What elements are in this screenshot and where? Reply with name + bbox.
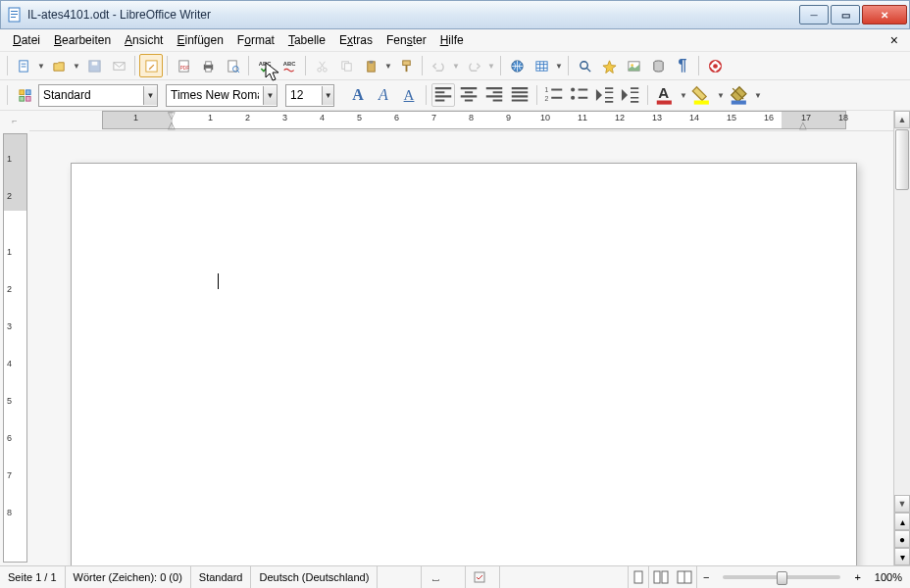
menu-bearbeiten[interactable]: Bearbeiten xyxy=(47,31,118,49)
close-button[interactable]: ✕ xyxy=(862,5,907,24)
status-page-style[interactable]: Standard xyxy=(191,566,252,588)
copy-button[interactable] xyxy=(334,54,358,77)
view-single-page-button[interactable] xyxy=(629,566,649,588)
clone-formatting-button[interactable] xyxy=(394,54,418,77)
menu-hilfe[interactable]: Hilfe xyxy=(433,31,471,49)
highlight-color-button[interactable] xyxy=(690,83,714,107)
document-viewport[interactable] xyxy=(29,131,893,565)
status-page[interactable]: Seite 1 / 1 xyxy=(0,566,66,588)
previous-page-button[interactable]: ▴ xyxy=(894,513,910,530)
bold-button[interactable]: A xyxy=(346,83,370,107)
hyperlink-button[interactable] xyxy=(505,54,529,77)
spellcheck-button[interactable]: ABC xyxy=(253,54,277,77)
autospellcheck-button[interactable]: ABC xyxy=(278,54,301,77)
new-document-button[interactable] xyxy=(12,54,35,77)
indent-marker-icon[interactable]: △ xyxy=(168,120,176,130)
align-justify-button[interactable] xyxy=(508,83,531,107)
export-pdf-button[interactable]: PDF xyxy=(172,54,195,77)
status-selection-mode[interactable]: ⎵ xyxy=(422,566,466,588)
redo-button[interactable] xyxy=(462,54,485,77)
menu-ansicht[interactable]: Ansicht xyxy=(118,31,170,49)
menu-tabelle[interactable]: Tabelle xyxy=(281,31,332,49)
edit-mode-button[interactable] xyxy=(139,54,163,77)
menu-datei[interactable]: Datei xyxy=(6,31,47,49)
zoom-out-button[interactable]: − xyxy=(697,571,715,583)
print-preview-button[interactable] xyxy=(221,54,244,77)
next-page-button[interactable]: ▾ xyxy=(894,548,910,565)
highlight-color-dropdown[interactable]: ▼ xyxy=(716,84,726,106)
undo-dropdown[interactable]: ▼ xyxy=(451,55,461,76)
new-document-dropdown[interactable]: ▼ xyxy=(36,55,46,76)
insert-table-button[interactable] xyxy=(530,54,553,77)
gallery-button[interactable] xyxy=(622,54,645,77)
font-color-button[interactable]: A xyxy=(653,83,677,107)
paragraph-style-input[interactable] xyxy=(39,86,143,105)
align-left-button[interactable] xyxy=(431,83,455,107)
status-word-count[interactable]: Wörter (Zeichen): 0 (0) xyxy=(66,566,191,588)
open-button[interactable] xyxy=(47,54,71,77)
insert-table-dropdown[interactable]: ▼ xyxy=(554,55,564,76)
find-replace-button[interactable] xyxy=(573,54,596,77)
font-color-dropdown[interactable]: ▼ xyxy=(679,84,688,106)
menu-einfuegen[interactable]: Einfügen xyxy=(170,31,229,49)
redo-dropdown[interactable]: ▼ xyxy=(486,55,496,76)
minimize-button[interactable]: ─ xyxy=(799,5,829,24)
menu-fenster[interactable]: Fenster xyxy=(379,31,433,49)
numbered-list-button[interactable]: 12 xyxy=(542,83,566,107)
italic-button[interactable]: A xyxy=(372,83,395,107)
scroll-up-button[interactable]: ▲ xyxy=(894,111,910,128)
background-color-button[interactable] xyxy=(728,83,751,107)
status-language[interactable]: Deutsch (Deutschland) xyxy=(251,566,378,588)
document-page[interactable] xyxy=(71,163,857,565)
background-color-dropdown[interactable]: ▼ xyxy=(753,84,763,106)
underline-button[interactable]: A xyxy=(397,83,421,107)
zoom-slider[interactable] xyxy=(723,575,840,579)
zoom-in-button[interactable]: + xyxy=(848,571,866,583)
navigator-button[interactable] xyxy=(597,54,621,77)
nonprinting-chars-button[interactable]: ¶ xyxy=(671,54,694,77)
svg-rect-5 xyxy=(21,63,25,64)
paste-button[interactable] xyxy=(359,54,382,77)
font-size-input[interactable] xyxy=(286,86,322,105)
decrease-indent-button[interactable] xyxy=(593,83,617,107)
font-name-combo[interactable]: ▼ xyxy=(166,84,278,107)
open-dropdown[interactable]: ▼ xyxy=(72,55,81,76)
bullet-list-button[interactable] xyxy=(568,83,591,107)
scroll-thumb[interactable] xyxy=(895,129,909,190)
dropdown-arrow-icon[interactable]: ▼ xyxy=(143,86,157,105)
zoom-slider-handle[interactable] xyxy=(777,571,787,585)
maximize-button[interactable]: ▭ xyxy=(831,5,860,24)
data-sources-button[interactable] xyxy=(646,54,670,77)
styles-button[interactable] xyxy=(13,83,36,107)
scroll-down-button[interactable]: ▼ xyxy=(894,495,910,513)
view-book-button[interactable] xyxy=(673,566,697,588)
status-signature[interactable] xyxy=(466,566,500,588)
horizontal-ruler[interactable]: 1 ▽ △ 1 2 3 4 5 6 7 8 9 10 11 12 13 14 xyxy=(29,111,893,131)
increase-indent-button[interactable] xyxy=(619,83,642,107)
menu-format[interactable]: Format xyxy=(230,31,281,49)
document-close-icon[interactable]: × xyxy=(885,32,904,48)
font-name-input[interactable] xyxy=(167,86,263,105)
dropdown-arrow-icon[interactable]: ▼ xyxy=(263,86,277,105)
paste-dropdown[interactable]: ▼ xyxy=(383,55,393,76)
indent-marker-icon[interactable]: △ xyxy=(799,120,807,130)
vertical-ruler[interactable]: 1 2 1 2 3 4 5 6 7 8 xyxy=(3,133,27,563)
navigation-button[interactable]: ● xyxy=(894,530,910,548)
vertical-scrollbar[interactable]: ▲ ▼ xyxy=(893,111,910,513)
view-multi-page-button[interactable] xyxy=(649,566,673,588)
font-size-combo[interactable]: ▼ xyxy=(285,84,334,107)
dropdown-arrow-icon[interactable]: ▼ xyxy=(322,86,333,105)
cut-button[interactable] xyxy=(310,54,333,77)
undo-button[interactable] xyxy=(427,54,450,77)
menu-extras[interactable]: Extras xyxy=(332,31,379,49)
print-direct-button[interactable] xyxy=(196,54,220,77)
status-insert-mode[interactable] xyxy=(378,566,422,588)
scroll-track[interactable] xyxy=(894,128,910,495)
align-center-button[interactable] xyxy=(457,83,480,107)
zoom-level[interactable]: 100% xyxy=(867,571,910,583)
align-right-button[interactable] xyxy=(482,83,506,107)
paragraph-style-combo[interactable]: ▼ xyxy=(38,84,158,107)
help-button[interactable] xyxy=(703,54,727,77)
save-button[interactable] xyxy=(82,54,106,77)
email-button[interactable] xyxy=(107,54,130,77)
